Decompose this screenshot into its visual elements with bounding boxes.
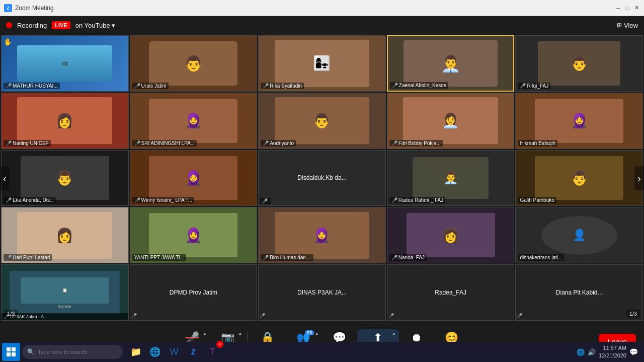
network-icon: 🌐 (577, 348, 585, 356)
participant-cell-22[interactable]: DINAS P3AK JA... 🎤 (258, 264, 386, 321)
taskbar-search-input[interactable] (38, 349, 118, 355)
participant-cell-24[interactable]: Diana Plt Kabid... 🎤 (515, 264, 643, 321)
participant-name-7: 🎤Andriyanto (261, 140, 296, 147)
participant-cell-2[interactable]: 👩‍👧 🎤Rika Syaifudin (258, 35, 386, 92)
participant-cell-0[interactable]: 📺 ✋ 🎤MATHUR HUSYAI... (1, 35, 129, 92)
participants-caret-icon[interactable]: ▲ (315, 331, 319, 336)
taskbar-right: 🌐 🔊 11:57 AM 12/21/2020 💬 (577, 344, 642, 360)
participant-cell-16[interactable]: 🧕 YANTI-PPT JAWA Ti... (130, 207, 258, 263)
participant-name-9: Hikmah Bafaqih (518, 140, 557, 147)
maximize-button[interactable]: □ (624, 5, 631, 12)
participant-cell-19[interactable]: 👤 disnakertrans jati... (515, 207, 643, 263)
taskbar-app-explorer[interactable]: 📁 (127, 343, 145, 361)
recording-label: Recording (17, 22, 47, 29)
taskbar-app-edge[interactable]: 🌐 (146, 343, 164, 361)
taskbar-app-zoom[interactable]: Z (184, 343, 202, 361)
next-page-arrow[interactable]: › (634, 166, 644, 190)
video-grid-container: 📺 ✋ 🎤MATHUR HUSYAI... 👨 🎤Urais Jatim 👩‍👧 (0, 34, 644, 322)
taskbar-app-teams[interactable]: T (203, 343, 221, 361)
participant-name-6: 🎤SRI ADININGSIH LPA... (132, 140, 197, 147)
participant-name-17: 🎤Biro Humas dan ... (261, 254, 313, 261)
participant-cell-11[interactable]: 🧕 🎤Winny Isnaini_ LPA T... (130, 150, 258, 206)
participant-name-13: 🎤Radea Rahmi _ FAJ (389, 197, 446, 203)
participant-cell-18[interactable]: 👩 🎤Nanda_FAJ (387, 207, 515, 263)
windows-start-button[interactable] (2, 343, 20, 361)
participant-cell-4[interactable]: 👨 🎤Rifqi_FAJ (515, 35, 643, 92)
share-caret-icon[interactable]: ▲ (392, 331, 396, 336)
video-grid: 📺 ✋ 🎤MATHUR HUSYAI... 👨 🎤Urais Jatim 👩‍👧 (0, 34, 644, 322)
page-indicator-left: 1/3 (4, 310, 18, 318)
taskbar-search[interactable]: 🔍 (22, 345, 123, 359)
taskbar-icons: 🌐 🔊 (577, 348, 596, 356)
participant-cell-21[interactable]: DPMD Prov Jatim 🎤 (130, 264, 258, 321)
view-button[interactable]: ⊞ View (617, 22, 638, 29)
close-button[interactable]: ✕ (633, 5, 640, 12)
taskbar-clock: 11:57 AM 12/21/2020 (599, 344, 626, 360)
participant-cell-17[interactable]: 🧕 🎤Biro Humas dan ... (258, 207, 386, 263)
participant-name-18: 🎤Nanda_FAJ (389, 254, 427, 261)
unmute-caret-icon[interactable]: ▲ (203, 331, 207, 336)
page-indicator-right: 1/3 (626, 310, 640, 318)
grid-icon: ⊞ (617, 22, 622, 29)
participant-cell-8[interactable]: 👩‍💼 🎤Fitri Bobby Pokja... (387, 93, 515, 149)
participant-name-11: 🎤Winny Isnaini_ LPA T... (132, 197, 194, 203)
app-icon: Z (4, 4, 12, 12)
youtube-caret-icon[interactable]: ▾ (112, 22, 115, 29)
volume-icon: 🔊 (588, 348, 596, 356)
participant-name-14: Galih Pambuko (518, 197, 556, 203)
participant-cell-9[interactable]: 🧕 Hikmah Bafaqih (515, 93, 643, 149)
participants-count: 53 (305, 330, 314, 335)
participant-cell-20[interactable]: 📋 Seminar 🎤 DP3AK Jatim - A... (1, 264, 129, 321)
svg-rect-0 (7, 347, 11, 351)
notifications-icon[interactable]: 💬 (629, 348, 638, 356)
participant-name-1: 🎤Urais Jatim (132, 83, 169, 89)
participant-cell-12[interactable]: Disdalduk,Kb da... 🎤 (258, 150, 386, 206)
svg-rect-2 (7, 352, 11, 356)
menu-bar: Recording LIVE on YouTube ▾ ⊞ View (0, 16, 644, 34)
participant-name-4: 🎤Rifqi_FAJ (518, 83, 550, 89)
taskbar-app-word[interactable]: W (165, 343, 183, 361)
hand-raise-icon: ✋ (4, 38, 12, 46)
svg-rect-3 (12, 352, 16, 356)
participant-cell-1[interactable]: 👨 🎤Urais Jatim (130, 35, 258, 92)
search-icon: 🔍 (27, 348, 35, 355)
windows-taskbar: 🔍 📁 🌐 W Z T 🌐 🔊 11:57 AM 12/21/2020 💬 (0, 342, 644, 362)
recording-dot (6, 22, 12, 28)
participant-name-2: 🎤Rika Syaifudin (261, 83, 304, 89)
participant-cell-15[interactable]: 👩 🎤Hari Putri Lestari (1, 207, 129, 263)
participant-name-16: YANTI-PPT JAWA Ti... (132, 254, 186, 261)
title-bar-left: Z Zoom Meeting (4, 4, 54, 12)
youtube-label: on YouTube ▾ (75, 22, 115, 29)
taskbar-apps: 📁 🌐 W Z T (127, 343, 221, 361)
participant-name-8: 🎤Fitri Bobby Pokja... (389, 140, 443, 147)
participant-cell-13[interactable]: 👨‍💼 🎤Radea Rahmi _ FAJ (387, 150, 515, 206)
participant-name-12: 🎤 (260, 198, 271, 204)
participant-name-15: 🎤Hari Putri Lestari (4, 254, 52, 261)
window-controls[interactable]: ─ □ ✕ (615, 5, 640, 12)
participant-name-5: 🎤Naning UNICEF (4, 140, 51, 147)
video-caret-icon[interactable]: ▲ (238, 331, 242, 336)
live-badge: LIVE (52, 21, 70, 29)
participant-cell-10[interactable]: 👨 🎤Eka Ananda, Dis... (1, 150, 129, 206)
participant-cell-6[interactable]: 🧕 🎤SRI ADININGSIH LPA... (130, 93, 258, 149)
window-title: Zoom Meeting (15, 5, 54, 12)
participant-cell-7[interactable]: 👨 🎤Andriyanto (258, 93, 386, 149)
svg-rect-1 (12, 347, 16, 351)
participant-cell-5[interactable]: 👩 🎤Naning UNICEF (1, 93, 129, 149)
participant-name-0: 🎤MATHUR HUSYAI... (4, 83, 60, 89)
participant-name-10: 🎤Eka Ananda, Dis... (4, 197, 56, 203)
participant-cell-23[interactable]: Radea_FAJ 🎤 (387, 264, 515, 321)
participant-cell-14[interactable]: 👨 Galih Pambuko (515, 150, 643, 206)
participant-cell-3[interactable]: 👨‍💼 🎤Zaenal Abidin_Kesos (387, 35, 515, 92)
title-bar: Z Zoom Meeting ─ □ ✕ (0, 0, 644, 16)
minimize-button[interactable]: ─ (615, 5, 622, 12)
participant-name-3: 🎤Zaenal Abidin_Kesos (390, 82, 448, 89)
prev-page-arrow[interactable]: ‹ (0, 166, 10, 190)
participant-name-19: disnakertrans jati... (518, 254, 564, 261)
